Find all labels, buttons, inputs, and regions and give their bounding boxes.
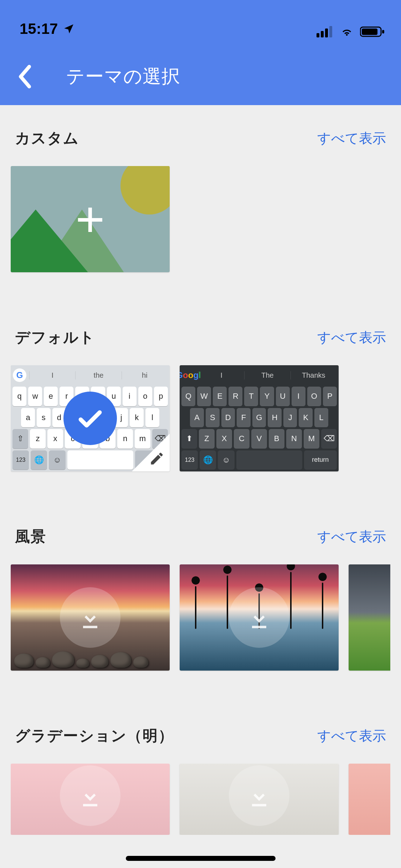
status-bar: 15:17 <box>0 0 401 48</box>
keyboard-suggestion-bar: Googl I The Thanks <box>180 365 339 385</box>
add-custom-theme-tile[interactable]: + <box>11 166 170 272</box>
key: J <box>283 408 297 428</box>
show-all-custom[interactable]: すべて表示 <box>317 129 386 148</box>
back-icon[interactable] <box>16 62 34 91</box>
battery-icon <box>360 26 385 37</box>
tile-row-default: G I the hi qwertyuiop asdfghjkl ⇧ zxcvbn… <box>11 365 390 503</box>
key: H <box>268 408 282 428</box>
key: x <box>47 429 63 449</box>
selected-check-icon <box>63 392 117 445</box>
key: Y <box>260 387 274 406</box>
google-icon: G <box>13 368 26 382</box>
tile-row-gradient <box>11 764 390 835</box>
edit-icon[interactable] <box>149 451 165 466</box>
keyboard-suggestion-bar: G I the hi <box>11 365 170 385</box>
plus-icon: + <box>76 194 105 244</box>
key: A <box>190 408 204 428</box>
key: D <box>221 408 235 428</box>
theme-default-light[interactable]: G I the hi qwertyuiop asdfghjkl ⇧ zxcvbn… <box>11 365 170 471</box>
download-icon <box>60 765 120 826</box>
section-title-scenery: 風景 <box>15 527 46 547</box>
section-header-custom: カスタム すべて表示 <box>11 105 390 166</box>
key: P <box>323 387 337 406</box>
theme-gradient-1[interactable] <box>11 764 170 835</box>
key: U <box>276 387 290 406</box>
space-key <box>236 450 302 470</box>
key: W <box>197 387 211 406</box>
key: z <box>30 429 46 449</box>
svg-rect-5 <box>362 29 377 35</box>
theme-scenery-1[interactable] <box>11 564 170 671</box>
key: M <box>304 429 319 449</box>
key: G <box>252 408 266 428</box>
download-icon <box>229 587 289 648</box>
key: F <box>237 408 251 428</box>
theme-scenery-3[interactable] <box>349 564 390 671</box>
download-icon <box>60 587 120 648</box>
location-icon <box>63 23 75 35</box>
globe-key: 🌐 <box>200 450 216 470</box>
wifi-icon <box>339 26 355 37</box>
key: L <box>314 408 328 428</box>
key: q <box>12 387 26 406</box>
suggestion: I <box>198 371 244 379</box>
svg-rect-1 <box>321 31 324 37</box>
status-indicators <box>317 26 385 37</box>
key: N <box>286 429 302 449</box>
section-default: デフォルト すべて表示 G I the hi qwertyuiop asdfgh… <box>0 304 401 503</box>
svg-rect-6 <box>382 30 384 33</box>
status-time-group: 15:17 <box>20 20 75 37</box>
return-key: return <box>304 450 337 470</box>
theme-default-dark[interactable]: Googl I The Thanks QWERTYUIOP ASDFGHJKL … <box>180 365 339 471</box>
download-icon <box>229 765 289 826</box>
section-scenery: 風景 すべて表示 <box>0 503 401 703</box>
show-all-default[interactable]: すべて表示 <box>317 329 386 347</box>
key: R <box>228 387 242 406</box>
key: l <box>145 408 159 428</box>
key: w <box>28 387 42 406</box>
suggestion: The <box>244 371 290 379</box>
google-icon: Googl <box>182 368 195 382</box>
shift-key: ⇧ <box>12 429 28 449</box>
svg-rect-2 <box>325 29 328 37</box>
shift-key: ⬆ <box>181 429 197 449</box>
section-custom: カスタム すべて表示 + <box>0 105 401 304</box>
keyboard-row: ⬆ ZXCVBNM ⌫ <box>181 429 337 449</box>
section-title-default: デフォルト <box>15 327 95 347</box>
cellular-icon <box>317 26 334 37</box>
theme-gradient-3[interactable] <box>349 764 390 835</box>
key: K <box>299 408 313 428</box>
keyboard-rows: QWERTYUIOP ASDFGHJKL ⬆ ZXCVBNM ⌫ 123 🌐 ☺ <box>180 385 339 471</box>
key: p <box>154 387 168 406</box>
nav-bar: テーマの選択 <box>0 48 401 105</box>
keyboard-row: 123 🌐 ☺ return <box>181 450 337 470</box>
show-all-scenery[interactable]: すべて表示 <box>317 528 386 546</box>
key: Z <box>199 429 215 449</box>
numbers-key: 123 <box>181 450 198 470</box>
numbers-key: 123 <box>12 450 29 470</box>
theme-gradient-2[interactable] <box>180 764 339 835</box>
keyboard-row: ASDFGHJKL <box>181 408 337 428</box>
key: a <box>21 408 35 428</box>
svg-rect-3 <box>329 26 332 37</box>
key: n <box>117 429 133 449</box>
svg-rect-0 <box>317 33 319 37</box>
section-title-custom: カスタム <box>15 128 79 148</box>
key: Q <box>181 387 195 406</box>
suggestion: the <box>75 371 121 379</box>
suggestion: I <box>29 371 75 379</box>
key: E <box>213 387 227 406</box>
theme-scenery-2[interactable] <box>180 564 339 671</box>
sun-shape <box>120 166 170 215</box>
home-indicator[interactable] <box>126 856 276 861</box>
emoji-key: ☺ <box>49 450 65 470</box>
key: V <box>251 429 267 449</box>
page-title: テーマの選択 <box>66 64 180 89</box>
section-header-gradient: グラデーション（明） すべて表示 <box>11 703 390 764</box>
key: s <box>37 408 51 428</box>
key: T <box>244 387 258 406</box>
show-all-gradient[interactable]: すべて表示 <box>317 727 386 745</box>
key: O <box>307 387 321 406</box>
tile-row-scenery <box>11 564 390 703</box>
tile-row-custom: + <box>11 166 390 304</box>
